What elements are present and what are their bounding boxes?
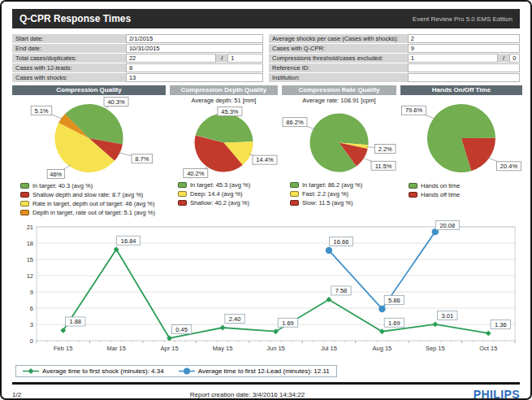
svg-text:Feb 15: Feb 15 (54, 345, 72, 352)
legend-swatch-icon (290, 200, 299, 206)
field-row-cases-qcpr: Cases with Q-CPR: 9 (269, 44, 520, 53)
field-label: Total cases/duplicates: (12, 54, 126, 63)
legend-label: Rate in target, depth out of target: 46 … (32, 200, 155, 207)
footer: 1/2 Report creation date: 3/4/2016 14:34… (12, 388, 520, 400)
svg-text:Jun 15: Jun 15 (266, 345, 285, 352)
summary-left-column: Start date: 2/1/2015 End date: 10/31/201… (12, 34, 263, 82)
section-header-compression-rate-quality: Compression Rate Quality (282, 85, 396, 95)
section-header-compression-quality: Compression Quality (12, 85, 166, 95)
titlebar: Q-CPR Response Times Event Review Pro 5.… (12, 9, 520, 28)
legend-label: Hands on time (421, 182, 460, 189)
legend-swatch-icon (20, 201, 29, 207)
field-row-compressions-threshold: Compressions threshold/cases excluded: 1… (269, 54, 520, 63)
svg-text:11.5%: 11.5% (375, 163, 392, 170)
field-value (408, 63, 520, 72)
legend-item: Depth in target, rate out of target: 5.1… (12, 209, 166, 216)
slash-separator: / (216, 54, 227, 63)
page-title: Q-CPR Response Times (19, 13, 131, 24)
field-label: Reference ID: (269, 63, 408, 72)
field-row-institution: Institution: (269, 73, 520, 82)
pie-chart-compression-depth-quality: 45.3%14.4%40.2% (170, 105, 278, 179)
slash-separator: / (498, 54, 509, 63)
philips-logo: PHILIPS (474, 388, 520, 400)
report-page: Q-CPR Response Times Event Review Pro 5.… (0, 0, 532, 400)
field-value: 13 (126, 73, 263, 82)
column-compression-quality: Compression Quality 40.3%8.7%46%5.1% In … (12, 85, 166, 216)
legend-item: Rate in target, depth out of target: 46 … (12, 200, 166, 207)
legend-label: In target: 45.3 (avg %) (190, 181, 250, 189)
svg-text:1.69: 1.69 (282, 320, 294, 327)
svg-text:3.01: 3.01 (442, 312, 454, 320)
legend-swatch-icon (290, 182, 299, 188)
field-value: 2 (408, 34, 520, 43)
svg-text:86.2%: 86.2% (286, 119, 304, 126)
field-row-total-cases: Total cases/duplicates: 22 / 1 (12, 54, 263, 63)
legend-item: In target: 45.3 (avg %) (170, 181, 278, 189)
column-compression-rate-quality: Compression Rate Quality Average rate: 1… (282, 85, 396, 216)
svg-text:21: 21 (27, 224, 33, 231)
legend-swatch-icon (178, 191, 187, 197)
pie-chart-compression-rate-quality: 86.2%2.2%11.5% (282, 105, 396, 179)
svg-text:20.4%: 20.4% (500, 163, 518, 170)
edition-label: Event Review Pro 5.0 EMS Edition (413, 15, 513, 23)
svg-text:9: 9 (30, 289, 33, 296)
field-row-cases-shocks: Cases with shocks: 13 (12, 73, 263, 82)
legend-label: In target: 40.3 (avg %) (32, 182, 93, 189)
legend-label: Depth in target, rate out of target: 5.1… (32, 209, 155, 216)
legend-swatch-icon (20, 210, 29, 215)
pie-legend-compression-rate-quality: In target: 86.2 (avg %)Fast: 2.2 (avg %)… (282, 181, 396, 207)
svg-text:40.3%: 40.3% (107, 98, 125, 106)
svg-text:79.6%: 79.6% (405, 107, 423, 114)
pie-section: Compression Quality 40.3%8.7%46%5.1% In … (12, 85, 520, 216)
svg-text:8.7%: 8.7% (135, 155, 149, 163)
svg-text:5.86: 5.86 (388, 297, 400, 304)
legend-label: Average time to first 12-Lead (minutes):… (198, 367, 330, 375)
field-label: Institution: (269, 73, 408, 82)
series-marker-first-12lead-icon (179, 367, 195, 375)
legend-label: Slow: 11.5 (avg %) (302, 199, 353, 207)
line-chart-section: 036912151821Feb 15Mar 15Apr 15May 15Jun … (12, 220, 520, 378)
legend-item: Deep: 14.4 (avg %) (170, 190, 278, 198)
svg-text:20.08: 20.08 (439, 222, 455, 229)
legend-swatch-icon (409, 183, 417, 189)
field-row-cases-12-leads: Cases with 12-leads: 8 (12, 63, 263, 72)
column-compression-depth-quality: Compression Depth Quality Average depth:… (170, 85, 278, 216)
svg-text:Jul 15: Jul 15 (321, 345, 337, 352)
svg-text:1.36: 1.36 (495, 321, 507, 328)
field-label: End date: (12, 44, 126, 53)
line-chart-legend: Average time to first shock (minutes): 4… (15, 365, 337, 377)
field-value-2: 1 (227, 54, 263, 63)
svg-text:16.66: 16.66 (334, 238, 349, 246)
field-row-reference-id: Reference ID: (269, 63, 520, 72)
legend-swatch-icon (20, 183, 29, 189)
legend-label: Deep: 14.4 (avg %) (190, 190, 243, 198)
svg-text:2.2%: 2.2% (378, 146, 392, 153)
section-header-hands-on-off-time: Hands On/Off Time (400, 85, 522, 95)
legend-item-first-shock: Average time to first shock (minutes): 4… (23, 367, 164, 375)
svg-text:0: 0 (30, 337, 33, 345)
field-label: Cases with 12-leads: (12, 63, 126, 72)
svg-text:1.88: 1.88 (69, 318, 81, 325)
field-value: 2/1/2015 (126, 34, 263, 43)
svg-text:2.40: 2.40 (229, 315, 241, 323)
legend-label: Fast: 2.2 (avg %) (302, 190, 348, 198)
field-value: 22 (126, 54, 216, 63)
pie-legend-compression-quality: In target: 40.3 (avg %)Shallow depth and… (12, 182, 166, 216)
series-marker-first-shock-icon (23, 367, 39, 375)
legend-item-first-12lead: Average time to first 12-Lead (minutes):… (179, 367, 330, 375)
field-value: 8 (126, 63, 263, 72)
legend-item: Hands on time (400, 182, 522, 189)
legend-item: Shallow: 40.2 (avg %) (170, 199, 278, 207)
line-chart-response-times: 036912151821Feb 15Mar 15Apr 15May 15Jun … (12, 220, 523, 360)
report-creation-date: Report creation date: 3/4/2016 14:34:22 (190, 391, 305, 398)
field-value-2: 0 (509, 54, 520, 63)
svg-text:Aug 15: Aug 15 (372, 345, 391, 352)
svg-text:May 15: May 15 (213, 345, 233, 352)
legend-swatch-icon (290, 191, 299, 197)
summary-right-column: Average shocks per case (Cases with shoc… (269, 34, 520, 82)
legend-label: In target: 86.2 (avg %) (302, 181, 362, 189)
pie-chart-hands-on-off-time: 79.6%20.4% (400, 95, 522, 180)
legend-label: Average time to first shock (minutes): 4… (42, 367, 164, 375)
svg-text:Oct 15: Oct 15 (479, 345, 497, 352)
legend-item: In target: 86.2 (avg %) (282, 181, 396, 189)
